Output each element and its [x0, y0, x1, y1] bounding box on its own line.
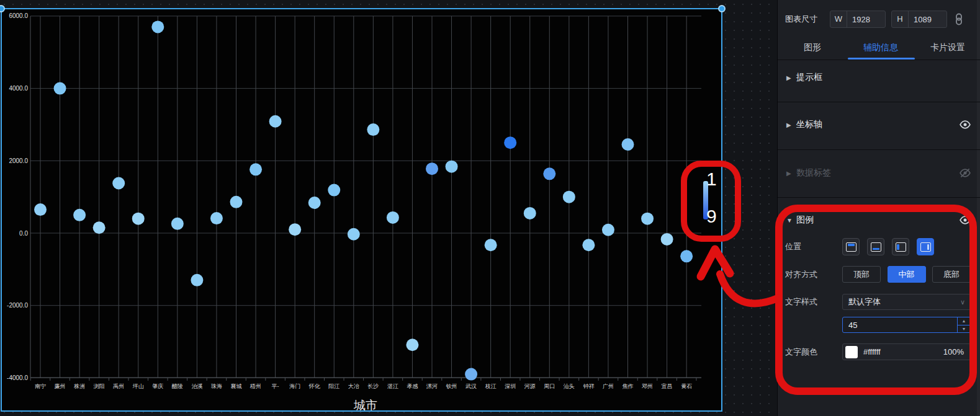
- selection-handle-top-right[interactable]: [718, 5, 726, 12]
- width-field[interactable]: W: [830, 11, 886, 28]
- scatter-point[interactable]: [524, 207, 536, 219]
- font-size-input[interactable]: [843, 317, 957, 332]
- expand-caret-icon[interactable]: ▼: [786, 217, 796, 224]
- x-axis-tick-label: 焦作: [623, 383, 634, 389]
- scatter-point[interactable]: [582, 239, 595, 251]
- scatter-point[interactable]: [543, 167, 555, 180]
- scatter-point[interactable]: [249, 163, 262, 175]
- scatter-point[interactable]: [328, 184, 340, 197]
- legend-bottom-icon: [871, 242, 881, 252]
- tab-card-settings[interactable]: 卡片设置: [930, 42, 965, 53]
- scatter-point[interactable]: [151, 20, 164, 33]
- scatter-point[interactable]: [641, 213, 654, 225]
- x-axis-tick-label: 钦州: [446, 383, 457, 389]
- scatter-point[interactable]: [230, 196, 243, 208]
- x-axis-tick-label: 钟祥: [583, 383, 595, 389]
- link-dimensions-icon[interactable]: [954, 13, 964, 25]
- height-prefix: H: [892, 11, 909, 27]
- y-axis-tick-label: 6000.0: [9, 12, 28, 19]
- scatter-point[interactable]: [602, 224, 614, 236]
- chevron-down-icon: ∨: [960, 298, 970, 306]
- legend-align-label: 对齐方式: [785, 269, 817, 280]
- scatter-point[interactable]: [54, 82, 66, 95]
- font-size-field[interactable]: ▲ ▼: [842, 317, 971, 333]
- legend-font-size-row: ▲ ▼: [778, 317, 980, 333]
- stepper-down-icon[interactable]: ▼: [958, 325, 970, 333]
- scatter-point[interactable]: [73, 209, 86, 221]
- align-top-button[interactable]: 顶部: [842, 266, 881, 283]
- scatter-point[interactable]: [34, 203, 47, 216]
- eye-hidden-icon[interactable]: [959, 167, 971, 179]
- scatter-point[interactable]: [112, 177, 125, 189]
- scatter-point[interactable]: [93, 221, 106, 234]
- scatter-point[interactable]: [132, 213, 145, 225]
- eye-visible-icon[interactable]: [959, 118, 971, 131]
- tab-auxiliary-info[interactable]: 辅助信息: [863, 42, 898, 53]
- scatter-point[interactable]: [367, 123, 379, 136]
- color-hex-value: #ffffff: [863, 347, 943, 356]
- chart-card[interactable]: 6000.04000.02000.00.0-2000.0-4000.0南宁廉州株…: [1, 8, 722, 412]
- font-family-dropdown[interactable]: 默认字体 ∨: [842, 294, 971, 310]
- number-stepper[interactable]: ▲ ▼: [957, 317, 970, 332]
- collapse-caret-icon[interactable]: ▶: [786, 122, 796, 128]
- x-axis-tick-label: 醴陵: [172, 383, 183, 389]
- section-axis[interactable]: ▶ 坐标轴: [778, 113, 980, 136]
- scatter-point[interactable]: [504, 136, 516, 149]
- scatter-point[interactable]: [387, 211, 399, 224]
- x-axis-tick-label: 黄石: [681, 383, 692, 389]
- text-color-picker[interactable]: #ffffff 100%: [842, 343, 971, 360]
- y-axis-tick-label: -2000.0: [7, 302, 28, 309]
- height-input[interactable]: [909, 15, 946, 24]
- scatter-point[interactable]: [563, 191, 575, 203]
- scatter-point[interactable]: [446, 161, 458, 173]
- legend-min-label: 9: [706, 206, 717, 226]
- section-legend[interactable]: ▼ 图例: [778, 208, 980, 232]
- color-opacity-value: 100%: [943, 347, 970, 356]
- scatter-point[interactable]: [210, 212, 223, 224]
- section-tooltip-title: 提示框: [796, 72, 971, 83]
- x-axis-tick-label: 宜昌: [662, 383, 673, 389]
- scatter-chart: 6000.04000.02000.00.0-2000.0-4000.0南宁廉州株…: [2, 9, 721, 410]
- legend-left-icon: [896, 242, 906, 252]
- width-input[interactable]: [847, 15, 885, 24]
- stepper-up-icon[interactable]: ▲: [958, 317, 970, 325]
- x-axis-tick-label: 坪山: [132, 383, 144, 389]
- color-swatch[interactable]: [845, 346, 858, 358]
- section-data-label[interactable]: ▶ 数据标签: [778, 161, 980, 185]
- legend-position-left-button[interactable]: [892, 238, 909, 255]
- chart-size-label: 图表尺寸: [785, 14, 830, 25]
- height-field[interactable]: H: [891, 11, 947, 28]
- divider: [778, 149, 980, 150]
- scatter-point[interactable]: [485, 239, 497, 251]
- tab-graphic[interactable]: 图形: [804, 42, 821, 53]
- scatter-point[interactable]: [171, 218, 184, 230]
- scatter-point[interactable]: [406, 339, 418, 351]
- eye-visible-icon[interactable]: [959, 214, 971, 226]
- x-axis-tick-label: 漯河: [426, 383, 438, 389]
- scatter-point[interactable]: [269, 115, 282, 128]
- scatter-point[interactable]: [348, 228, 360, 241]
- legend-font-style-row: 文字样式 默认字体 ∨: [778, 294, 980, 310]
- x-axis-title: 城市: [353, 399, 377, 410]
- legend-top-icon: [846, 242, 856, 252]
- legend-position-top-button[interactable]: [842, 238, 860, 255]
- align-middle-button[interactable]: 中部: [888, 266, 926, 283]
- scatter-point[interactable]: [426, 162, 438, 175]
- x-axis-tick-label: 珠海: [211, 383, 222, 389]
- scatter-point[interactable]: [308, 197, 321, 209]
- legend-position-right-button[interactable]: [917, 238, 934, 255]
- scatter-point[interactable]: [661, 233, 673, 246]
- legend-position-bottom-button[interactable]: [867, 238, 884, 255]
- section-tooltip[interactable]: ▶ 提示框: [778, 66, 980, 89]
- section-data-label-title: 数据标签: [796, 167, 959, 179]
- legend-text-color-label: 文字颜色: [785, 347, 817, 358]
- collapse-caret-icon[interactable]: ▶: [786, 74, 796, 81]
- collapse-caret-icon[interactable]: ▶: [786, 170, 796, 177]
- scatter-point[interactable]: [622, 138, 634, 151]
- scatter-point[interactable]: [680, 250, 693, 262]
- align-bottom-button[interactable]: 底部: [932, 266, 971, 283]
- scatter-point[interactable]: [191, 274, 203, 286]
- scatter-point[interactable]: [465, 368, 477, 381]
- section-axis-title: 坐标轴: [796, 119, 959, 130]
- scatter-point[interactable]: [289, 223, 301, 236]
